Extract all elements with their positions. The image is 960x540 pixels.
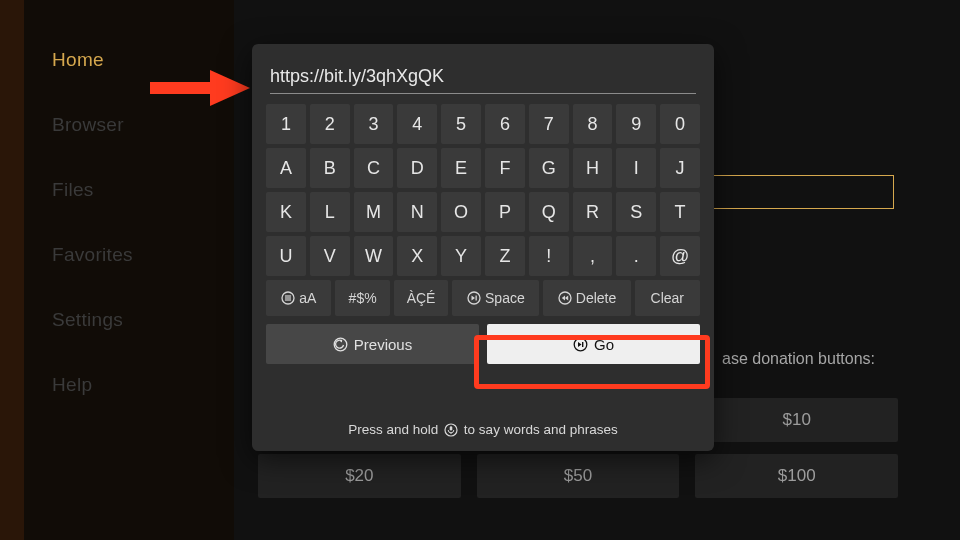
donation-button[interactable]: $50 bbox=[477, 454, 680, 498]
key-a[interactable]: A bbox=[266, 148, 306, 188]
key-exclaim[interactable]: ! bbox=[529, 236, 569, 276]
key-c[interactable]: C bbox=[354, 148, 394, 188]
key-b[interactable]: B bbox=[310, 148, 350, 188]
svg-marker-1 bbox=[210, 70, 250, 106]
rewind-circle-icon bbox=[558, 291, 572, 305]
key-w[interactable]: W bbox=[354, 236, 394, 276]
key-o[interactable]: O bbox=[441, 192, 481, 232]
symbols-key[interactable]: #$% bbox=[335, 280, 389, 316]
function-row: aA #$% ÀÇÉ Space Delete Clear bbox=[266, 280, 700, 316]
screen-root: Home Browser Files Favorites Settings He… bbox=[0, 0, 960, 540]
key-u[interactable]: U bbox=[266, 236, 306, 276]
play-pause-circle-icon bbox=[467, 291, 481, 305]
svg-marker-10 bbox=[562, 296, 565, 301]
key-s[interactable]: S bbox=[616, 192, 656, 232]
menu-circle-icon bbox=[281, 291, 295, 305]
sidebar-item-browser[interactable]: Browser bbox=[52, 115, 234, 134]
donation-button[interactable]: $20 bbox=[258, 454, 461, 498]
key-k[interactable]: K bbox=[266, 192, 306, 232]
annotation-arrow-icon bbox=[150, 68, 250, 108]
sidebar-item-files[interactable]: Files bbox=[52, 180, 234, 199]
keyboard-grid: 1 2 3 4 5 6 7 8 9 0 A B C D E F G H I J … bbox=[266, 104, 700, 276]
play-pause-circle-icon bbox=[573, 337, 588, 352]
key-period[interactable]: . bbox=[616, 236, 656, 276]
key-at[interactable]: @ bbox=[660, 236, 700, 276]
sidebar-item-help[interactable]: Help bbox=[52, 375, 234, 394]
space-label: Space bbox=[485, 290, 525, 306]
key-q[interactable]: Q bbox=[529, 192, 569, 232]
delete-label: Delete bbox=[576, 290, 616, 306]
sidebar-item-home[interactable]: Home bbox=[52, 50, 234, 69]
key-p[interactable]: P bbox=[485, 192, 525, 232]
key-2[interactable]: 2 bbox=[310, 104, 350, 144]
space-key[interactable]: Space bbox=[452, 280, 539, 316]
key-e[interactable]: E bbox=[441, 148, 481, 188]
key-n[interactable]: N bbox=[397, 192, 437, 232]
hint-suffix: to say words and phrases bbox=[464, 422, 618, 437]
key-3[interactable]: 3 bbox=[354, 104, 394, 144]
voice-hint: Press and hold to say words and phrases bbox=[266, 422, 700, 437]
previous-button[interactable]: Previous bbox=[266, 324, 479, 364]
key-h[interactable]: H bbox=[573, 148, 613, 188]
key-8[interactable]: 8 bbox=[573, 104, 613, 144]
key-6[interactable]: 6 bbox=[485, 104, 525, 144]
key-f[interactable]: F bbox=[485, 148, 525, 188]
clear-key[interactable]: Clear bbox=[635, 280, 700, 316]
key-z[interactable]: Z bbox=[485, 236, 525, 276]
key-comma[interactable]: , bbox=[573, 236, 613, 276]
donation-label-fragment: ase donation buttons: bbox=[722, 350, 875, 368]
key-7[interactable]: 7 bbox=[529, 104, 569, 144]
key-i[interactable]: I bbox=[616, 148, 656, 188]
key-4[interactable]: 4 bbox=[397, 104, 437, 144]
key-d[interactable]: D bbox=[397, 148, 437, 188]
donation-button[interactable]: $100 bbox=[695, 454, 898, 498]
sidebar-item-settings[interactable]: Settings bbox=[52, 310, 234, 329]
back-circle-icon bbox=[333, 337, 348, 352]
svg-marker-15 bbox=[578, 342, 582, 347]
left-accent-strip bbox=[0, 0, 24, 540]
onscreen-keyboard-dialog: https://bit.ly/3qhXgQK 1 2 3 4 5 6 7 8 9… bbox=[252, 44, 714, 451]
key-t[interactable]: T bbox=[660, 192, 700, 232]
accents-key[interactable]: ÀÇÉ bbox=[394, 280, 448, 316]
svg-rect-18 bbox=[450, 426, 453, 430]
hint-prefix: Press and hold bbox=[348, 422, 442, 437]
go-label: Go bbox=[594, 336, 614, 353]
svg-marker-11 bbox=[565, 296, 568, 301]
sidebar-item-favorites[interactable]: Favorites bbox=[52, 245, 234, 264]
key-0[interactable]: 0 bbox=[660, 104, 700, 144]
key-9[interactable]: 9 bbox=[616, 104, 656, 144]
key-j[interactable]: J bbox=[660, 148, 700, 188]
shift-key[interactable]: aA bbox=[266, 280, 331, 316]
url-input-value: https://bit.ly/3qhXgQK bbox=[270, 66, 444, 93]
key-y[interactable]: Y bbox=[441, 236, 481, 276]
donation-button[interactable]: $10 bbox=[695, 398, 898, 442]
svg-rect-16 bbox=[582, 342, 583, 347]
previous-label: Previous bbox=[354, 336, 412, 353]
shift-label: aA bbox=[299, 290, 316, 306]
key-x[interactable]: X bbox=[397, 236, 437, 276]
svg-marker-7 bbox=[472, 296, 476, 301]
key-l[interactable]: L bbox=[310, 192, 350, 232]
go-button[interactable]: Go bbox=[487, 324, 700, 364]
key-v[interactable]: V bbox=[310, 236, 350, 276]
delete-key[interactable]: Delete bbox=[543, 280, 630, 316]
key-m[interactable]: M bbox=[354, 192, 394, 232]
nav-row: Previous Go bbox=[266, 324, 700, 364]
microphone-circle-icon bbox=[444, 423, 458, 437]
key-g[interactable]: G bbox=[529, 148, 569, 188]
key-1[interactable]: 1 bbox=[266, 104, 306, 144]
key-5[interactable]: 5 bbox=[441, 104, 481, 144]
key-r[interactable]: R bbox=[573, 192, 613, 232]
svg-rect-8 bbox=[476, 296, 477, 301]
url-input-row[interactable]: https://bit.ly/3qhXgQK bbox=[270, 58, 696, 94]
